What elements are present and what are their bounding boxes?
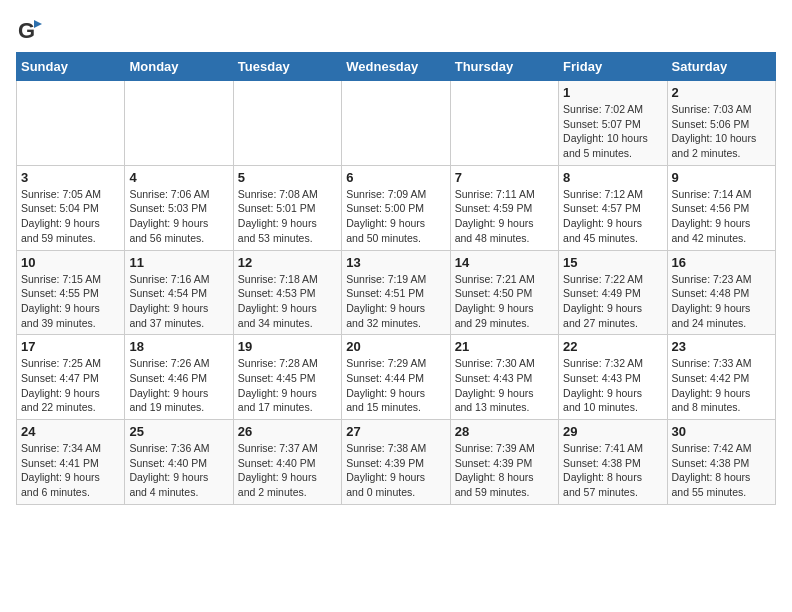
- day-info: Sunrise: 7:26 AM Sunset: 4:46 PM Dayligh…: [129, 356, 228, 415]
- calendar-week-row: 3Sunrise: 7:05 AM Sunset: 5:04 PM Daylig…: [17, 165, 776, 250]
- calendar-week-row: 17Sunrise: 7:25 AM Sunset: 4:47 PM Dayli…: [17, 335, 776, 420]
- weekday-header-thursday: Thursday: [450, 53, 558, 81]
- day-info: Sunrise: 7:21 AM Sunset: 4:50 PM Dayligh…: [455, 272, 554, 331]
- weekday-header-friday: Friday: [559, 53, 667, 81]
- day-number: 13: [346, 255, 445, 270]
- calendar-cell: 2Sunrise: 7:03 AM Sunset: 5:06 PM Daylig…: [667, 81, 775, 166]
- day-info: Sunrise: 7:05 AM Sunset: 5:04 PM Dayligh…: [21, 187, 120, 246]
- calendar-cell: 3Sunrise: 7:05 AM Sunset: 5:04 PM Daylig…: [17, 165, 125, 250]
- day-info: Sunrise: 7:33 AM Sunset: 4:42 PM Dayligh…: [672, 356, 771, 415]
- calendar-cell: 10Sunrise: 7:15 AM Sunset: 4:55 PM Dayli…: [17, 250, 125, 335]
- day-info: Sunrise: 7:29 AM Sunset: 4:44 PM Dayligh…: [346, 356, 445, 415]
- day-info: Sunrise: 7:34 AM Sunset: 4:41 PM Dayligh…: [21, 441, 120, 500]
- day-info: Sunrise: 7:30 AM Sunset: 4:43 PM Dayligh…: [455, 356, 554, 415]
- day-number: 12: [238, 255, 337, 270]
- day-number: 17: [21, 339, 120, 354]
- day-info: Sunrise: 7:11 AM Sunset: 4:59 PM Dayligh…: [455, 187, 554, 246]
- day-info: Sunrise: 7:18 AM Sunset: 4:53 PM Dayligh…: [238, 272, 337, 331]
- day-info: Sunrise: 7:25 AM Sunset: 4:47 PM Dayligh…: [21, 356, 120, 415]
- svg-marker-1: [34, 20, 42, 28]
- calendar-cell: 8Sunrise: 7:12 AM Sunset: 4:57 PM Daylig…: [559, 165, 667, 250]
- day-number: 24: [21, 424, 120, 439]
- day-info: Sunrise: 7:41 AM Sunset: 4:38 PM Dayligh…: [563, 441, 662, 500]
- weekday-header-saturday: Saturday: [667, 53, 775, 81]
- day-number: 28: [455, 424, 554, 439]
- day-info: Sunrise: 7:12 AM Sunset: 4:57 PM Dayligh…: [563, 187, 662, 246]
- day-number: 4: [129, 170, 228, 185]
- weekday-header-wednesday: Wednesday: [342, 53, 450, 81]
- day-number: 26: [238, 424, 337, 439]
- calendar-cell: 9Sunrise: 7:14 AM Sunset: 4:56 PM Daylig…: [667, 165, 775, 250]
- weekday-header-monday: Monday: [125, 53, 233, 81]
- day-number: 3: [21, 170, 120, 185]
- calendar-cell: 15Sunrise: 7:22 AM Sunset: 4:49 PM Dayli…: [559, 250, 667, 335]
- day-info: Sunrise: 7:06 AM Sunset: 5:03 PM Dayligh…: [129, 187, 228, 246]
- calendar-cell: 5Sunrise: 7:08 AM Sunset: 5:01 PM Daylig…: [233, 165, 341, 250]
- day-info: Sunrise: 7:22 AM Sunset: 4:49 PM Dayligh…: [563, 272, 662, 331]
- day-info: Sunrise: 7:15 AM Sunset: 4:55 PM Dayligh…: [21, 272, 120, 331]
- day-info: Sunrise: 7:37 AM Sunset: 4:40 PM Dayligh…: [238, 441, 337, 500]
- day-number: 14: [455, 255, 554, 270]
- day-info: Sunrise: 7:08 AM Sunset: 5:01 PM Dayligh…: [238, 187, 337, 246]
- day-number: 16: [672, 255, 771, 270]
- calendar-cell: 29Sunrise: 7:41 AM Sunset: 4:38 PM Dayli…: [559, 420, 667, 505]
- day-info: Sunrise: 7:28 AM Sunset: 4:45 PM Dayligh…: [238, 356, 337, 415]
- logo: G: [16, 16, 48, 44]
- day-number: 9: [672, 170, 771, 185]
- calendar-cell: 4Sunrise: 7:06 AM Sunset: 5:03 PM Daylig…: [125, 165, 233, 250]
- day-info: Sunrise: 7:42 AM Sunset: 4:38 PM Dayligh…: [672, 441, 771, 500]
- weekday-header-row: SundayMondayTuesdayWednesdayThursdayFrid…: [17, 53, 776, 81]
- calendar-cell: [17, 81, 125, 166]
- calendar-cell: [342, 81, 450, 166]
- calendar-cell: 24Sunrise: 7:34 AM Sunset: 4:41 PM Dayli…: [17, 420, 125, 505]
- day-number: 10: [21, 255, 120, 270]
- day-number: 20: [346, 339, 445, 354]
- day-info: Sunrise: 7:32 AM Sunset: 4:43 PM Dayligh…: [563, 356, 662, 415]
- day-info: Sunrise: 7:39 AM Sunset: 4:39 PM Dayligh…: [455, 441, 554, 500]
- day-number: 22: [563, 339, 662, 354]
- calendar-cell: 7Sunrise: 7:11 AM Sunset: 4:59 PM Daylig…: [450, 165, 558, 250]
- calendar-cell: 11Sunrise: 7:16 AM Sunset: 4:54 PM Dayli…: [125, 250, 233, 335]
- day-number: 5: [238, 170, 337, 185]
- calendar-cell: 19Sunrise: 7:28 AM Sunset: 4:45 PM Dayli…: [233, 335, 341, 420]
- calendar-week-row: 10Sunrise: 7:15 AM Sunset: 4:55 PM Dayli…: [17, 250, 776, 335]
- calendar-cell: 26Sunrise: 7:37 AM Sunset: 4:40 PM Dayli…: [233, 420, 341, 505]
- calendar-cell: [450, 81, 558, 166]
- day-info: Sunrise: 7:38 AM Sunset: 4:39 PM Dayligh…: [346, 441, 445, 500]
- calendar-cell: [233, 81, 341, 166]
- day-number: 30: [672, 424, 771, 439]
- calendar-table: SundayMondayTuesdayWednesdayThursdayFrid…: [16, 52, 776, 505]
- day-info: Sunrise: 7:23 AM Sunset: 4:48 PM Dayligh…: [672, 272, 771, 331]
- day-info: Sunrise: 7:02 AM Sunset: 5:07 PM Dayligh…: [563, 102, 662, 161]
- calendar-cell: 21Sunrise: 7:30 AM Sunset: 4:43 PM Dayli…: [450, 335, 558, 420]
- day-number: 6: [346, 170, 445, 185]
- day-info: Sunrise: 7:09 AM Sunset: 5:00 PM Dayligh…: [346, 187, 445, 246]
- day-info: Sunrise: 7:16 AM Sunset: 4:54 PM Dayligh…: [129, 272, 228, 331]
- day-info: Sunrise: 7:14 AM Sunset: 4:56 PM Dayligh…: [672, 187, 771, 246]
- calendar-cell: 18Sunrise: 7:26 AM Sunset: 4:46 PM Dayli…: [125, 335, 233, 420]
- calendar-cell: 23Sunrise: 7:33 AM Sunset: 4:42 PM Dayli…: [667, 335, 775, 420]
- calendar-cell: 20Sunrise: 7:29 AM Sunset: 4:44 PM Dayli…: [342, 335, 450, 420]
- calendar-cell: 16Sunrise: 7:23 AM Sunset: 4:48 PM Dayli…: [667, 250, 775, 335]
- day-number: 1: [563, 85, 662, 100]
- logo-icon: G: [16, 16, 44, 44]
- day-number: 8: [563, 170, 662, 185]
- day-number: 15: [563, 255, 662, 270]
- calendar-cell: 14Sunrise: 7:21 AM Sunset: 4:50 PM Dayli…: [450, 250, 558, 335]
- calendar-cell: 12Sunrise: 7:18 AM Sunset: 4:53 PM Dayli…: [233, 250, 341, 335]
- day-number: 29: [563, 424, 662, 439]
- day-number: 21: [455, 339, 554, 354]
- calendar-cell: 17Sunrise: 7:25 AM Sunset: 4:47 PM Dayli…: [17, 335, 125, 420]
- page-header: G: [16, 16, 776, 44]
- calendar-cell: 22Sunrise: 7:32 AM Sunset: 4:43 PM Dayli…: [559, 335, 667, 420]
- calendar-cell: 1Sunrise: 7:02 AM Sunset: 5:07 PM Daylig…: [559, 81, 667, 166]
- calendar-cell: 25Sunrise: 7:36 AM Sunset: 4:40 PM Dayli…: [125, 420, 233, 505]
- day-info: Sunrise: 7:19 AM Sunset: 4:51 PM Dayligh…: [346, 272, 445, 331]
- day-number: 23: [672, 339, 771, 354]
- day-number: 2: [672, 85, 771, 100]
- day-number: 7: [455, 170, 554, 185]
- day-info: Sunrise: 7:36 AM Sunset: 4:40 PM Dayligh…: [129, 441, 228, 500]
- weekday-header-sunday: Sunday: [17, 53, 125, 81]
- day-number: 25: [129, 424, 228, 439]
- calendar-cell: 27Sunrise: 7:38 AM Sunset: 4:39 PM Dayli…: [342, 420, 450, 505]
